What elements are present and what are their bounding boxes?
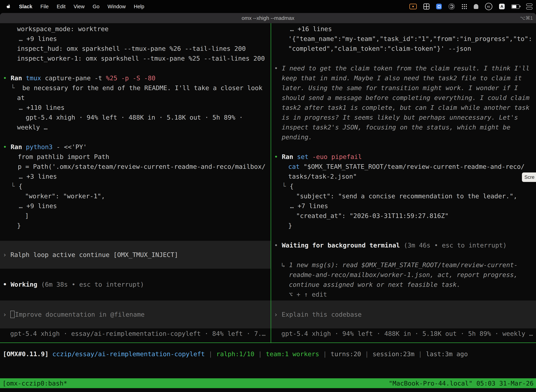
omitted-lines-text: … +7 lines [290,202,328,210]
menu-go[interactable]: Go [93,4,100,9]
thinking-text: is in progress? It seems likely but perh… [282,114,518,121]
screen-capture-popup[interactable]: Scre [522,173,536,182]
output-text: ] [25,212,29,219]
battery-percentage-ring[interactable]: 61 [485,3,492,10]
terminal-line: task2 after task1 is complete, but can I… [271,103,536,112]
command-name: cat [288,163,300,170]
apple-menu-icon[interactable] [6,4,11,9]
output-text: gpt-5.4 xhigh · 94% left · 488K in · 5.1… [26,114,243,121]
terminal-line [271,231,536,240]
mailbox-note-text: readme-and-reco/mailbox/worker-1.json, a… [289,271,517,278]
window-title: omx --xhigh --madmax [0,13,536,23]
composer-input[interactable]: › Explain this codebase [271,300,536,328]
command-name: python3 [26,143,53,150]
hud-separator: | [418,350,422,358]
arrow-icon: ↳ [281,261,285,269]
prompt-icon: › [3,251,7,258]
thinking-text: inspect task2's JSON, focusing on the st… [282,124,510,131]
dot-grid-icon[interactable] [461,4,467,9]
terminal-line: p = Path('.omx/state/team/review-current… [0,162,271,172]
output-text: weekly … [17,124,48,131]
omitted-lines-text: … +16 lines [290,25,332,33]
right-terminal-pane[interactable]: … +16 lines '{"team_name":"my-team","tas… [271,23,536,342]
terminal-line: ] [0,211,271,221]
working-meta: (6m 38s • esc to interrupt) [41,281,144,288]
window-shortcut-hint: ⌥⌘1 [520,13,533,23]
elbow-icon: └ [282,183,286,190]
menu-bar-status-icons: 61 A [409,3,532,10]
queued-message-bar[interactable]: › Ralph loop active continue [OMX_TMUX_I… [0,241,271,269]
bullet-icon: • [3,143,7,150]
model-status-text: gpt-5.4 xhigh · essay/ai-reimplementatio… [10,330,266,337]
battery-icon[interactable] [511,5,519,9]
model-status-line: gpt-5.4 xhigh · essay/ai-reimplementatio… [0,329,271,339]
hud-separator: | [323,350,327,358]
control-center-icon[interactable] [526,4,532,9]
ghost-icon[interactable] [474,4,478,9]
window-title-bar[interactable]: omx --xhigh --madmax ⌥⌘1 [0,13,536,23]
tmux-session-window-tab[interactable]: [omx-cczip0:bash* [2,380,67,387]
hud-separator: | [209,350,212,358]
command-args: capture-pane -t [45,75,102,82]
terminal-line: continue assigned work or next feasible … [271,280,536,289]
composer-placeholder: Improve documentation in @filename [15,311,144,318]
menu-help[interactable]: Help [134,4,144,9]
menu-file[interactable]: File [40,4,49,9]
output-text: "worker": "worker-1", [25,192,105,200]
window-tiling-icon[interactable] [423,4,429,9]
terminal-line: tasks/task-2.json" [271,172,536,182]
blue-app-icon[interactable] [436,4,442,9]
output-text: { [19,183,22,190]
composer-input[interactable]: › Improve documentation in @filename [0,300,271,328]
tmux-status-bar: [omx-cczip0:bash* "MacBook-Pro-44.local"… [0,378,536,388]
output-text: at [17,94,25,101]
terminal-line: ↳ 1 new msg(s): read $OMX_TEAM_STATE_ROO… [271,260,536,270]
command-args: "$OMX_TEAM_STATE_ROOT/team/review-curren… [304,163,525,170]
terminal-line: keep that in mind. Maybe I also need the… [271,73,536,83]
thinking-text: should send a message before completing … [282,94,530,101]
terminal-line: '{"team_name":"my-team","task_id":"1","f… [271,34,536,44]
terminal-line: └ be necessary for the end of the README… [0,83,271,93]
terminal-line [0,132,271,142]
terminal-line: from pathlib import Path [0,152,271,162]
menu-view[interactable]: View [74,4,85,9]
bullet-icon: • [274,242,278,249]
menu-edit[interactable]: Edit [57,4,66,9]
terminal-line: is in progress? It seems likely but perh… [271,112,536,122]
text-cursor [10,311,14,318]
terminal-line: inspect_worker-1: omx sparkshell --tmux-… [0,54,271,63]
menu-bar: Slack File Edit View Go Window Help 61 A [0,0,536,13]
left-terminal-pane[interactable]: workspace_mode: worktree … +9 lines insp… [0,23,271,342]
terminal-line: └ { [271,182,536,191]
command-name: tmux [26,75,41,82]
terminal-window: workspace_mode: worktree … +9 lines insp… [0,23,536,392]
config-text: inspect_hud: omx sparkshell --tmux-pane … [17,45,246,52]
terminal-line: … +9 lines [0,34,271,44]
output-text: "subject": "send a concise recommendatio… [296,192,517,200]
hud-turns: turns:20 [330,350,361,358]
terminal-line: } [0,221,271,231]
screen-recording-indicator-icon[interactable] [409,4,417,9]
output-text: be necessary for the end of the README. … [22,84,262,92]
hud-ralph-counter: ralph:1/10 [216,350,254,358]
terminal-line: … +110 lines [0,103,271,112]
dark-circle-app-icon[interactable] [448,3,455,10]
output-text: { [290,183,293,190]
input-source-icon[interactable]: A [499,4,505,9]
output-text: } [288,222,292,229]
omitted-lines-text: … +110 lines [19,104,65,111]
menu-window[interactable]: Window [108,4,126,9]
queued-message-text: Ralph loop active continue [OMX_TMUX_INJ… [10,251,178,258]
waiting-label: Waiting for background terminal [282,242,400,249]
terminal-line [0,63,271,73]
hud-last-activity: last:3m ago [426,350,468,358]
bullet-icon: • [3,281,7,288]
terminal-line: "worker": "worker-1", [0,191,271,201]
menu-app-name[interactable]: Slack [19,4,32,9]
bullet-icon: • [274,65,278,72]
terminal-line: • Ran python3 - <<'PY' [0,142,271,152]
tmux-host-clock: "MacBook-Pro-44.local" 05:03 31-Mar-26 [389,380,534,387]
mailbox-note-text: continue assigned work or next feasible … [289,281,460,288]
pane-divider-horizontal[interactable] [0,342,536,343]
thinking-text: later. Using the same for transition mig… [282,84,518,92]
